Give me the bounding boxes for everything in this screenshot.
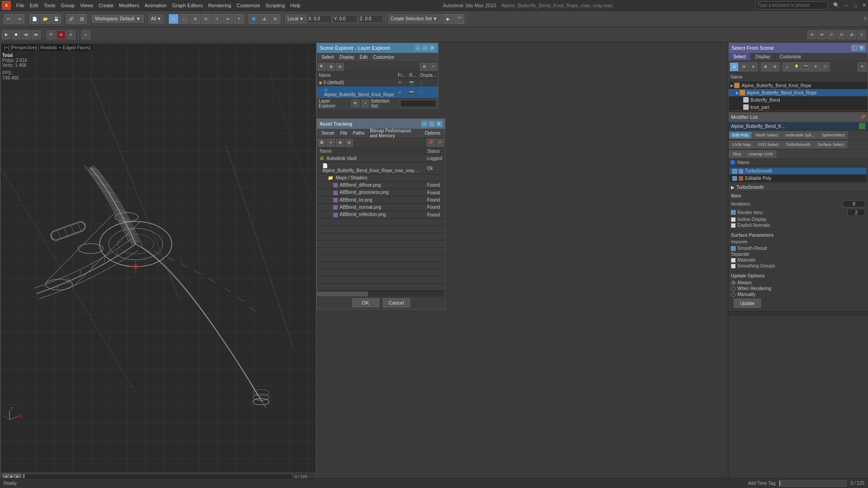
open-btn[interactable]: 📂	[40, 14, 50, 24]
list-item[interactable]: ABBend_glossiness.png Found	[317, 189, 445, 196]
select-btn[interactable]: ↖	[169, 14, 179, 24]
se-settings-btn[interactable]: ⚙	[420, 63, 428, 71]
at-menu-paths[interactable]: Paths	[350, 129, 368, 137]
undo-btn[interactable]: ↩	[4, 14, 14, 24]
at-menu-server[interactable]: Server	[319, 129, 337, 137]
select-invert-btn[interactable]: ⊘	[749, 62, 758, 71]
scale-btn[interactable]: ⤡	[212, 14, 222, 24]
tab-spline-select2[interactable]: SplineSelect	[819, 131, 848, 139]
cancel-button[interactable]: Cancel	[383, 298, 410, 307]
tab-display[interactable]: Display	[751, 53, 775, 61]
named-select-btn[interactable]: N	[807, 30, 816, 39]
stack-item-turbosmooth[interactable]: TurboSmooth	[730, 168, 867, 175]
list-item[interactable]: ABBend_reflection.png Found	[317, 211, 445, 218]
list-item[interactable]: 📄 Alpine_Butterfly_Bend_Knot_Rope_max_vr…	[317, 162, 445, 174]
modifier-scrollbar[interactable]	[728, 311, 868, 316]
filter-cam-btn[interactable]: 📷	[802, 62, 811, 71]
list-item[interactable]: ABBend_diffuse.png Found	[317, 182, 445, 189]
scene-explorer-minimize[interactable]: ─	[415, 45, 421, 51]
tab-unwrap-uvw[interactable]: Unwrap UVW	[745, 150, 777, 158]
sfs-close-btn[interactable]: ✕	[859, 45, 865, 51]
se-help-btn[interactable]: ?	[429, 63, 437, 71]
y-coord[interactable]: Y: 0.0	[333, 15, 358, 23]
curve-editor-btn[interactable]: C	[827, 30, 836, 39]
align-btn[interactable]: ⌖	[234, 14, 244, 24]
obj-color-swatch[interactable]	[859, 123, 865, 129]
rendering-menu[interactable]: Rendering	[208, 3, 231, 8]
views-menu[interactable]: Views	[80, 3, 93, 8]
play-btn[interactable]: ▶	[2, 30, 11, 39]
mod-panel-btn1[interactable]: 📌	[860, 115, 865, 119]
filter-space-btn[interactable]: ⬡	[821, 62, 830, 71]
bind-btn[interactable]: ⛓	[77, 14, 87, 24]
save-btn[interactable]: 💾	[51, 14, 61, 24]
menu-select[interactable]: Select	[319, 53, 337, 61]
tab-select[interactable]: Select	[729, 53, 751, 61]
modifiers-menu[interactable]: Modifiers	[119, 3, 139, 8]
tab-surface-select[interactable]: Surface Select	[814, 141, 847, 148]
tab-turbosmooth[interactable]: TurboSmooth	[783, 141, 813, 148]
tools-menu[interactable]: Tools	[44, 3, 56, 8]
ts-expand-arrow[interactable]: ▶	[731, 185, 735, 190]
at-track-btn[interactable]: 📌	[427, 139, 435, 147]
list-item[interactable]: 📁 Maps / Shaders	[317, 174, 445, 182]
z-coord[interactable]: Z: 0.0	[359, 15, 383, 23]
at-close[interactable]: ✕	[436, 121, 442, 127]
at-minimize[interactable]: ─	[421, 121, 428, 127]
rotate-btn[interactable]: ↻	[201, 14, 211, 24]
expand-all-btn[interactable]: ⊞	[761, 62, 770, 71]
tab-mesh-select[interactable]: Mesh Select	[753, 131, 782, 139]
ok-button[interactable]: OK	[352, 298, 379, 307]
stack-item-editable-poly[interactable]: Editable Poly	[730, 175, 867, 182]
prev-key-btn[interactable]: ⏮	[22, 30, 31, 39]
close-btn[interactable]: ✕	[862, 2, 866, 8]
radio-manually[interactable]	[731, 292, 736, 297]
tab-slice[interactable]: Slice	[729, 150, 745, 158]
help-menu[interactable]: Help	[290, 3, 301, 8]
group-menu[interactable]: Group	[61, 3, 75, 8]
customize-menu[interactable]: Customize	[236, 3, 260, 8]
auto-key-btn[interactable]: A	[57, 30, 66, 39]
materials-checkbox[interactable]	[731, 258, 736, 263]
region-select-btn[interactable]: ⬚	[179, 14, 189, 24]
selection-set-input[interactable]	[400, 100, 436, 107]
filter-dropdown[interactable]: All ▼	[149, 14, 164, 23]
tree-item[interactable]: ▶ Alpine_Butterfly_Bend_Knot_Rope	[729, 82, 868, 89]
close-sfs-btn[interactable]: ✕	[858, 62, 867, 71]
coord-dropdown[interactable]: Local ▼	[285, 14, 306, 23]
move-btn[interactable]: ✛	[190, 14, 200, 24]
at-table-btn[interactable]: ⊞	[336, 139, 344, 147]
menu-edit[interactable]: Edit	[357, 53, 370, 61]
set-key-btn[interactable]: K	[66, 30, 75, 39]
at-help-btn[interactable]: ?	[436, 139, 444, 147]
table-row[interactable]: ◆ Alpine_Butterfly_Bend_Knot_Rope 👁 📷 □	[317, 86, 438, 99]
render-setup-btn[interactable]: ▶	[443, 14, 453, 24]
mat-editor-btn[interactable]: M	[817, 30, 826, 39]
mirror-btn[interactable]: ⇔	[223, 14, 233, 24]
help-icon[interactable]: ?	[863, 16, 866, 22]
next-key-btn[interactable]: ⏭	[32, 30, 41, 39]
filter-light-btn[interactable]: 💡	[792, 62, 801, 71]
scripting-menu[interactable]: Scripting	[265, 3, 285, 8]
tab-customize[interactable]: Customize	[775, 53, 806, 61]
link-btn[interactable]: 🔗	[66, 14, 76, 24]
dope-sheet-btn[interactable]: D	[837, 30, 846, 39]
percent-snap-btn[interactable]: %	[270, 14, 280, 24]
list-item[interactable]: ABBend_ior.png Found	[317, 196, 445, 203]
se-search-btn[interactable]: 🔍	[318, 63, 326, 71]
maximize-btn[interactable]: □	[854, 3, 857, 8]
menu-customize[interactable]: Customize	[370, 53, 397, 61]
table-row[interactable]: ◆ 0 (default) 👁 📷 □	[317, 79, 438, 86]
at-detail-btn[interactable]: ⊟	[345, 139, 353, 147]
scene-explorer-maximize[interactable]: □	[422, 45, 428, 51]
explicit-normals-checkbox[interactable]	[731, 223, 736, 228]
radio-when-rendering[interactable]	[731, 286, 736, 291]
minimize-btn[interactable]: ─	[845, 3, 849, 8]
mini-timeline[interactable]	[779, 480, 847, 487]
isoline-checkbox[interactable]	[731, 217, 736, 222]
create-menu[interactable]: Create	[99, 3, 113, 8]
layer-settings-btn[interactable]: ⚙	[351, 99, 359, 108]
workspace-dropdown[interactable]: Workspace: Default ▼	[92, 15, 144, 23]
at-menu-options[interactable]: Options	[422, 129, 443, 137]
at-maximize[interactable]: □	[429, 121, 435, 127]
